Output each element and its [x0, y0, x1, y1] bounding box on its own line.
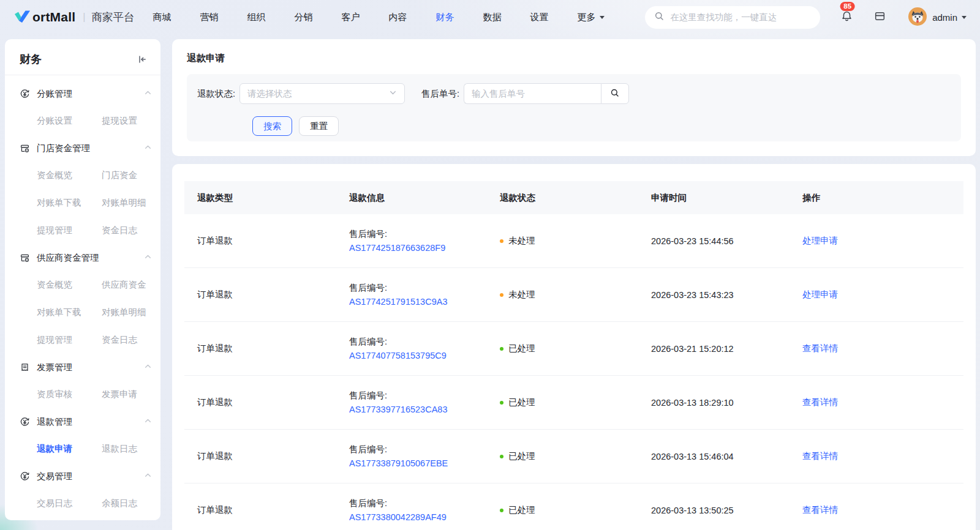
- aftersale-no-link[interactable]: AS17733879105067EBE: [349, 458, 448, 468]
- global-search-input[interactable]: [670, 12, 811, 22]
- action-link[interactable]: 查看详情: [802, 505, 838, 515]
- apply-time-cell: 2026-03-23 15:43:23: [638, 290, 790, 300]
- chevron-down-icon: [389, 89, 397, 99]
- sidebar-item[interactable]: 资质审核: [37, 381, 102, 408]
- filter-card: 退款申请 退款状态: 请选择状态 售后单号:: [172, 39, 976, 156]
- table-row: 订单退款 售后编号: AS1773397716523CA83 已处理 2026-…: [184, 376, 963, 430]
- action-link[interactable]: 处理申请: [802, 236, 838, 245]
- sidebar-item[interactable]: 资金概览: [37, 162, 102, 189]
- yen-circle-icon: [20, 89, 30, 99]
- sidebar-item[interactable]: 供应商资金: [102, 271, 152, 299]
- nav-item-settings[interactable]: 设置: [530, 12, 548, 23]
- refund-type-cell: 订单退款: [184, 450, 336, 462]
- chevron-up-icon: [144, 471, 152, 481]
- refund-type-cell: 订单退款: [184, 504, 336, 516]
- refund-status-placeholder: 请选择状态: [247, 88, 389, 100]
- nav-item-finance[interactable]: 财务: [435, 12, 454, 23]
- chevron-up-icon: [144, 89, 152, 99]
- sidebar-header: 财务: [5, 39, 160, 75]
- sidebar-item[interactable]: 资金日志: [102, 326, 152, 354]
- sidebar-item[interactable]: 交易日志: [37, 490, 102, 517]
- aftersale-no-link[interactable]: AS1774251791513C9A3: [349, 297, 447, 307]
- sidebar-section-store-funds: 门店资金管理 资金概览门店资金对账单下载对账单明细提现管理资金日志: [20, 135, 152, 244]
- sidebar-item[interactable]: 提现设置: [102, 107, 152, 135]
- search-button[interactable]: 搜索: [252, 116, 292, 136]
- aftersale-no-link[interactable]: AS177407758153795C9: [349, 351, 447, 360]
- sidebar-item[interactable]: 退款申请: [37, 435, 102, 463]
- sidebar-section-header-supplier-funds[interactable]: 供应商资金管理: [20, 244, 152, 271]
- workbench-button[interactable]: [873, 10, 886, 24]
- section-label: 交易管理: [37, 471, 144, 482]
- sidebar-item[interactable]: 发票申请: [102, 381, 152, 408]
- nav-item-marketing[interactable]: 营销: [200, 12, 218, 23]
- sidebar-item[interactable]: 提现管理: [37, 217, 102, 244]
- table-body: 订单退款 售后编号: AS177425187663628F9 未处理 2026-…: [184, 214, 963, 530]
- topbar: ortMall | 商家平台 商城 营销 组织 分销 客户 内容 财务 数据 设…: [0, 0, 980, 34]
- sidebar-item[interactable]: 资金日志: [102, 217, 152, 244]
- refund-status-cell: 未处理: [487, 235, 638, 247]
- storefront-gear-icon: [20, 253, 30, 263]
- refund-status-select[interactable]: 请选择状态: [239, 83, 405, 104]
- refund-info-cell: 售后编号: AS177425187663628F9: [336, 227, 487, 255]
- user-menu[interactable]: admin: [908, 7, 967, 28]
- sidebar-section-header-transaction[interactable]: 交易管理: [20, 463, 152, 490]
- action-link[interactable]: 处理申请: [802, 289, 838, 299]
- aftersale-search-button[interactable]: [601, 83, 629, 104]
- sidebar-item[interactable]: 门店资金: [102, 162, 152, 189]
- sidebar-item[interactable]: 资金概览: [37, 271, 102, 299]
- apply-time-cell: 2026-03-13 15:46:04: [638, 452, 790, 461]
- nav-item-label: 商城: [153, 12, 171, 23]
- action-link[interactable]: 查看详情: [802, 343, 838, 353]
- table-row: 订单退款 售后编号: AS1774251791513C9A3 未处理 2026-…: [184, 268, 963, 322]
- sidebar-item[interactable]: 分账设置: [37, 107, 102, 135]
- sidebar-section-header-store-funds[interactable]: 门店资金管理: [20, 135, 152, 162]
- aftersale-no-link[interactable]: AS1773380042289AF49: [349, 512, 447, 522]
- nav-item-distribution[interactable]: 分销: [294, 12, 312, 23]
- apply-time-cell: 2026-03-13 18:29:10: [638, 398, 790, 408]
- status-dot-icon: [500, 401, 503, 405]
- nav-item-label: 数据: [483, 12, 501, 23]
- nav-item-more[interactable]: 更多: [577, 12, 605, 23]
- nav-item-data[interactable]: 数据: [483, 12, 501, 23]
- sidebar-section-invoice: 发票管理 资质审核发票申请: [20, 354, 152, 408]
- logo[interactable]: ortMall | 商家平台: [13, 9, 134, 26]
- status-text: 未处理: [508, 289, 535, 300]
- sidebar-section-header-split-account[interactable]: 分账管理: [20, 80, 152, 107]
- refund-info-cell: 售后编号: AS17733879105067EBE: [336, 442, 487, 471]
- apply-time-cell: 2026-03-23 15:44:56: [638, 236, 790, 246]
- table-row: 订单退款 售后编号: AS177407758153795C9 已处理 2026-…: [184, 322, 963, 376]
- status-dot-icon: [500, 455, 503, 458]
- main-nav: 商城 营销 组织 分销 客户 内容 财务 数据 设置 更多: [153, 12, 605, 23]
- nav-item-customer[interactable]: 客户: [341, 12, 360, 23]
- section-label: 退款管理: [37, 416, 144, 428]
- column-header: 申请时间: [638, 192, 790, 204]
- sidebar-item[interactable]: 对账单下载: [37, 189, 102, 217]
- search-icon: [610, 88, 620, 100]
- action-link[interactable]: 查看详情: [802, 397, 838, 407]
- status-dot-icon: [500, 293, 503, 297]
- sidebar-item[interactable]: 退款日志: [102, 435, 152, 463]
- sidebar-item[interactable]: 对账单明细: [102, 299, 152, 326]
- refund-info-cell: 售后编号: AS1774251791513C9A3: [336, 281, 487, 309]
- sidebar-collapse-button[interactable]: [137, 54, 147, 64]
- reset-button[interactable]: 重置: [299, 116, 339, 136]
- action-link[interactable]: 查看详情: [802, 451, 838, 461]
- aftersale-no-link[interactable]: AS177425187663628F9: [349, 243, 445, 253]
- aftersale-no-input[interactable]: [464, 83, 601, 104]
- table-header: 退款类型退款信息退款状态申请时间操作: [184, 181, 963, 214]
- sidebar-item[interactable]: 对账单下载: [37, 299, 102, 326]
- sidebar-section-header-invoice[interactable]: 发票管理: [20, 354, 152, 381]
- sidebar-item[interactable]: 对账单明细: [102, 189, 152, 217]
- sidebar-item[interactable]: 余额日志: [102, 490, 152, 517]
- nav-item-mall[interactable]: 商城: [153, 12, 171, 23]
- nav-item-organization[interactable]: 组织: [247, 12, 265, 23]
- bell-icon: [840, 10, 853, 24]
- sidebar-section-header-refund[interactable]: 退款管理: [20, 408, 152, 435]
- nav-item-label: 设置: [530, 12, 548, 23]
- aftersale-no-link[interactable]: AS1773397716523CA83: [349, 405, 447, 414]
- notifications-button[interactable]: 85: [840, 10, 853, 24]
- sidebar-item[interactable]: 提现管理: [37, 326, 102, 354]
- global-search[interactable]: [645, 6, 820, 29]
- nav-item-content[interactable]: 内容: [388, 12, 407, 23]
- aftersale-label: 售后编号:: [349, 335, 487, 349]
